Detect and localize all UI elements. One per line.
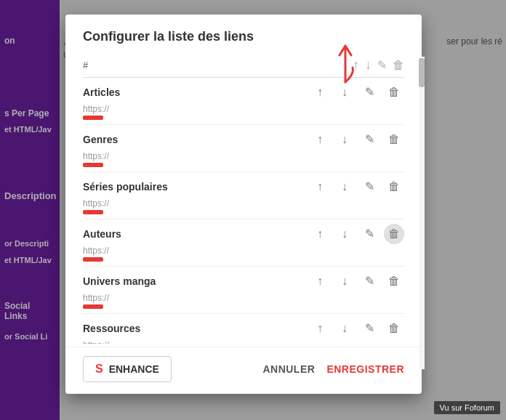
link-actions: ↑ ↓ ✎ 🗑: [310, 271, 404, 291]
red-arrow-indicator: [331, 42, 360, 91]
link-label: Univers manga: [83, 275, 310, 287]
enhance-label: ENHANCE: [109, 363, 159, 375]
move-up-button[interactable]: ↑: [310, 271, 330, 291]
delete-button[interactable]: 🗑: [384, 224, 404, 244]
edit-button[interactable]: ✎: [359, 177, 380, 197]
link-actions: ↑ ↓ ✎ 🗑: [310, 224, 404, 244]
link-url: https://: [83, 293, 404, 303]
delete-button[interactable]: 🗑: [384, 271, 404, 291]
link-row-top: Genres ↑ ↓ ✎ 🗑: [83, 129, 404, 150]
move-up-button[interactable]: ↑: [310, 82, 330, 102]
red-indicator: [83, 116, 103, 120]
link-row: Genres ↑ ↓ ✎ 🗑 https://: [83, 125, 404, 172]
delete-button[interactable]: 🗑: [384, 129, 404, 150]
link-row-top: Ressources ↑ ↓ ✎ 🗑: [83, 318, 404, 339]
modal-title: Configurer la liste des liens: [65, 15, 422, 53]
link-actions: ↑ ↓ ✎ 🗑: [310, 318, 404, 339]
edit-button[interactable]: ✎: [359, 318, 380, 339]
link-url: https://: [83, 340, 404, 344]
edit-button[interactable]: ✎: [359, 271, 380, 291]
move-up-button[interactable]: ↑: [310, 224, 330, 244]
modal-body[interactable]: # ↑ ↓ ✎ 🗑 Articles ↑ ↓ ✎ 🗑 https://: [65, 53, 422, 344]
edit-button[interactable]: ✎: [359, 129, 380, 150]
modal-scrollbar-thumb[interactable]: [419, 58, 425, 87]
enhance-icon: S: [95, 363, 103, 376]
link-label: Auteurs: [83, 228, 310, 240]
header-down-icon: ↓: [365, 57, 372, 73]
enhance-button[interactable]: S ENHANCE: [83, 356, 172, 382]
link-row-top: Séries populaires ↑ ↓ ✎ 🗑: [83, 177, 404, 197]
link-row: Séries populaires ↑ ↓ ✎ 🗑 https://: [83, 172, 404, 219]
modal-scrollbar-track: [419, 57, 425, 369]
move-down-button[interactable]: ↓: [334, 318, 355, 339]
link-row-top: Auteurs ↑ ↓ ✎ 🗑: [83, 224, 404, 244]
link-url: https://: [83, 104, 404, 114]
modal-dialog: Configurer la liste des liens # ↑ ↓ ✎ 🗑 …: [65, 15, 422, 394]
edit-button[interactable]: ✎: [359, 82, 380, 102]
header-delete-icon: 🗑: [393, 59, 404, 72]
delete-button[interactable]: 🗑: [384, 177, 404, 197]
red-indicator: [83, 210, 103, 214]
move-up-button[interactable]: ↑: [310, 129, 330, 150]
link-label: Articles: [83, 86, 310, 98]
move-down-button[interactable]: ↓: [334, 271, 355, 291]
move-down-button[interactable]: ↓: [334, 177, 355, 197]
edit-button[interactable]: ✎: [359, 224, 380, 244]
delete-button[interactable]: 🗑: [384, 82, 404, 102]
cancel-button[interactable]: ANNULER: [262, 363, 315, 375]
link-actions: ↑ ↓ ✎ 🗑: [310, 177, 404, 197]
link-label: Séries populaires: [83, 181, 310, 193]
delete-button[interactable]: 🗑: [384, 318, 404, 339]
link-row: Ressources ↑ ↓ ✎ 🗑 https://: [83, 314, 404, 344]
link-row-top: Univers manga ↑ ↓ ✎ 🗑: [83, 271, 404, 291]
link-row: Auteurs ↑ ↓ ✎ 🗑 https://: [83, 219, 404, 267]
link-row: Univers manga ↑ ↓ ✎ 🗑 https://: [83, 267, 404, 314]
link-actions: ↑ ↓ ✎ 🗑: [310, 129, 404, 150]
red-indicator: [83, 304, 103, 309]
move-down-button[interactable]: ↓: [334, 224, 355, 244]
header-edit-icon: ✎: [377, 58, 387, 72]
link-url: https://: [83, 151, 404, 161]
link-url: https://: [83, 246, 404, 256]
link-url: https://: [83, 198, 404, 209]
watermark: Vu sur Foforum: [434, 401, 500, 414]
link-label: Ressources: [83, 323, 310, 334]
move-up-button[interactable]: ↑: [310, 318, 330, 339]
save-button[interactable]: ENREGISTRER: [326, 363, 404, 375]
footer-right: ANNULER ENREGISTRER: [262, 363, 404, 375]
link-label: Genres: [83, 134, 310, 145]
move-down-button[interactable]: ↓: [334, 129, 355, 150]
red-indicator: [83, 257, 103, 262]
header-actions: ↑ ↓ ✎ 🗑: [353, 57, 404, 73]
red-indicator: [83, 163, 103, 167]
move-up-button[interactable]: ↑: [310, 177, 330, 197]
col-hash: #: [83, 60, 105, 70]
modal-footer: S ENHANCE ANNULER ENREGISTRER: [65, 347, 422, 394]
